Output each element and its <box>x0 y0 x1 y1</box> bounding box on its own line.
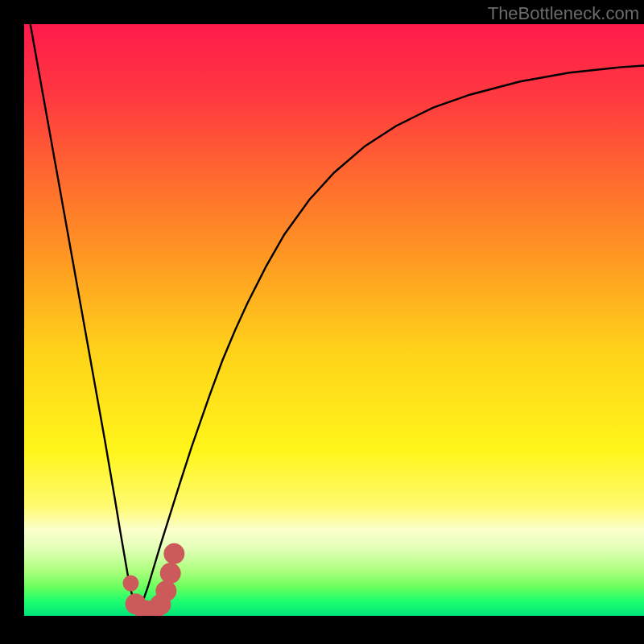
marker-dot <box>155 580 176 601</box>
plot-area <box>24 24 644 616</box>
marker-dot <box>163 543 184 564</box>
chart-frame: TheBottleneck.com <box>0 0 644 644</box>
watermark-text: TheBottleneck.com <box>488 3 639 24</box>
marker-dot <box>122 576 138 592</box>
chart-svg <box>24 24 644 616</box>
background-gradient <box>24 24 644 616</box>
marker-dot <box>160 563 181 584</box>
